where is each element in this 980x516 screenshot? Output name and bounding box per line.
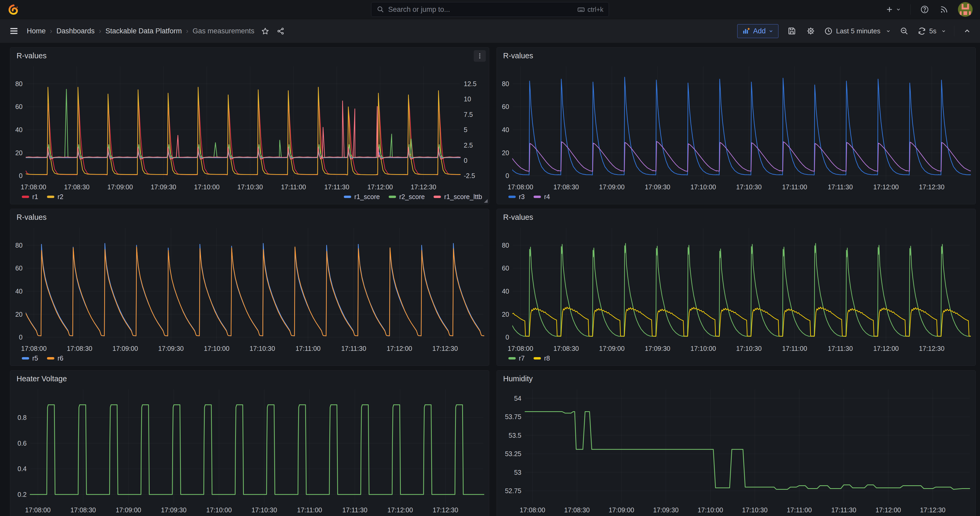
legend-item-r1_score[interactable]: r1_score [344, 193, 380, 201]
series-heatervoltage [10, 405, 489, 494]
breadcrumb-home[interactable]: Home [27, 27, 46, 35]
search-input[interactable] [388, 5, 573, 14]
panel-title[interactable]: R-values [16, 51, 46, 60]
save-dashboard-button[interactable] [786, 25, 797, 37]
y-axis-right-tick-label: 10 [464, 95, 471, 103]
legend-swatch [389, 196, 396, 198]
x-axis-tick-label: 17:09:30 [161, 506, 186, 514]
chart-r-values-4[interactable]: 02040608017:08:0017:08:3017:09:0017:09:3… [497, 224, 975, 354]
y-axis-right-tick-label: 12.5 [464, 80, 477, 88]
legend-item-r6[interactable]: r6 [47, 355, 63, 362]
breadcrumb-current: Gas measurements [192, 27, 255, 35]
refresh-interval-label: 5s [929, 27, 936, 35]
new-button[interactable] [884, 4, 902, 15]
legend-swatch [508, 196, 516, 198]
legend-item-r1_score_lttb[interactable]: r1_score_lttb [434, 193, 482, 201]
chart-r-values-1[interactable]: 020406080-2.502.557.51012.517:08:0017:08… [10, 62, 489, 193]
panel-title[interactable]: R-values [503, 51, 533, 60]
chart-humidity[interactable]: 52.755353.2553.553.755417:08:0017:08:301… [497, 385, 975, 516]
x-axis-tick-label: 17:11:00 [296, 345, 320, 352]
news-button[interactable] [939, 4, 950, 15]
series-r2 [16, 87, 489, 175]
chart-canvas[interactable]: 0.20.40.60.817:08:0017:08:3017:09:0017:0… [10, 385, 489, 516]
panel-menu-button[interactable] [474, 50, 486, 62]
help-button[interactable] [919, 4, 930, 15]
y-axis-tick-label: 0.8 [18, 414, 27, 421]
chart-heater-voltage[interactable]: 0.20.40.60.817:08:0017:08:3017:09:0017:0… [10, 385, 489, 516]
collapse-toolbar-button[interactable] [962, 26, 972, 36]
y-axis-tick-label: 0 [506, 172, 509, 179]
legend-item-r5[interactable]: r5 [22, 355, 38, 362]
panel-title[interactable]: R-values [16, 213, 46, 221]
legend-label: r3 [519, 193, 525, 201]
panel-r-values-2: R-values 02040608017:08:0017:08:3017:09:… [496, 47, 976, 204]
x-axis-tick-label: 17:12:30 [411, 183, 436, 191]
series-r2_score [16, 89, 489, 158]
x-axis-tick-label: 17:09:30 [645, 183, 670, 191]
avatar[interactable] [958, 2, 973, 17]
legend-item-r7[interactable]: r7 [508, 355, 525, 362]
panel-r-values-3: R-values 02040608017:08:0017:08:3017:09:… [10, 209, 489, 366]
x-axis-tick-label: 17:09:00 [113, 345, 138, 352]
y-axis-right-tick-label: 5 [464, 126, 468, 134]
zoom-out-button[interactable] [899, 25, 910, 37]
chart-r-values-3[interactable]: 02040608017:08:0017:08:3017:09:0017:09:3… [10, 224, 489, 354]
legend-item-r2_score[interactable]: r2_score [389, 193, 425, 201]
menu-toggle-button[interactable] [8, 25, 20, 37]
x-axis-tick-label: 17:09:30 [158, 345, 184, 352]
breadcrumb-dashboards[interactable]: Dashboards [56, 27, 95, 35]
y-axis-tick-label: 80 [15, 242, 22, 249]
legend-item-r8[interactable]: r8 [534, 355, 550, 362]
panel-resize-handle[interactable] [484, 199, 488, 203]
breadcrumb: Home › Dashboards › Stackable Data Platf… [27, 27, 254, 35]
menu-icon [9, 26, 19, 36]
series-r5 [10, 244, 489, 336]
y-axis-tick-label: 0 [19, 172, 22, 179]
refresh-picker[interactable]: 5s [918, 27, 946, 35]
panel-title[interactable]: Humidity [503, 374, 533, 383]
panel-title[interactable]: Heater Voltage [16, 374, 67, 383]
series-r8 [497, 307, 975, 336]
legend-item-r2[interactable]: r2 [47, 193, 63, 201]
grafana-logo-icon[interactable] [7, 3, 19, 16]
x-axis-tick-label: 17:10:30 [250, 345, 275, 352]
x-axis-tick-label: 17:10:00 [690, 345, 716, 352]
chart-r-values-2[interactable]: 02040608017:08:0017:08:3017:09:0017:09:3… [497, 62, 975, 193]
global-search[interactable]: ctrl+k [371, 2, 609, 17]
y-axis-tick-label: 20 [502, 311, 509, 318]
chart-canvas[interactable]: 02040608017:08:0017:08:3017:09:0017:09:3… [10, 224, 489, 354]
chart-canvas[interactable]: 020406080-2.502.557.51012.517:08:0017:08… [10, 62, 489, 193]
legend-label: r1_score [354, 193, 380, 201]
legend-item-r3[interactable]: r3 [508, 193, 525, 201]
chart-canvas[interactable]: 52.755353.2553.553.755417:08:0017:08:301… [497, 385, 975, 516]
y-axis-right-tick-label: 2.5 [464, 142, 473, 149]
legend-item-r1[interactable]: r1 [22, 193, 38, 201]
x-axis-tick-label: 17:12:30 [919, 183, 944, 191]
time-range-picker[interactable]: Last 5 minutes [824, 27, 891, 35]
time-range-label: Last 5 minutes [836, 27, 880, 35]
chart-canvas[interactable]: 02040608017:08:0017:08:3017:09:0017:09:3… [497, 62, 975, 193]
favorite-button[interactable] [260, 26, 270, 36]
chart-canvas[interactable]: 02040608017:08:0017:08:3017:09:0017:09:3… [497, 224, 975, 354]
series-humidity [525, 412, 970, 489]
legend-item-r4[interactable]: r4 [534, 193, 550, 201]
panel-r-values-1: R-values 020406080-2.502.557.51012.517:0… [10, 47, 489, 204]
y-axis-tick-label: 0.6 [18, 440, 27, 447]
legend: r5r6 [10, 354, 489, 366]
dashboard-settings-button[interactable] [805, 25, 816, 37]
x-axis-tick-label: 17:09:00 [599, 183, 625, 191]
chevron-up-icon [963, 27, 971, 35]
kebab-icon [476, 53, 483, 59]
breadcrumb-folder[interactable]: Stackable Data Platform [105, 27, 182, 35]
breadcrumb-separator: › [50, 27, 52, 35]
y-axis-tick-label: 40 [15, 288, 22, 295]
share-button[interactable] [275, 26, 286, 36]
series-r4 [497, 142, 975, 172]
panel-title[interactable]: R-values [503, 213, 533, 221]
x-axis-tick-label: 17:12:00 [873, 183, 899, 191]
add-panel-button[interactable]: Add [737, 24, 778, 38]
x-axis-tick-label: 17:08:00 [25, 506, 51, 514]
legend-label: r1_score_lttb [444, 193, 482, 201]
y-axis-tick-label: 53 [514, 469, 522, 476]
x-axis-tick-label: 17:08:30 [64, 183, 89, 191]
